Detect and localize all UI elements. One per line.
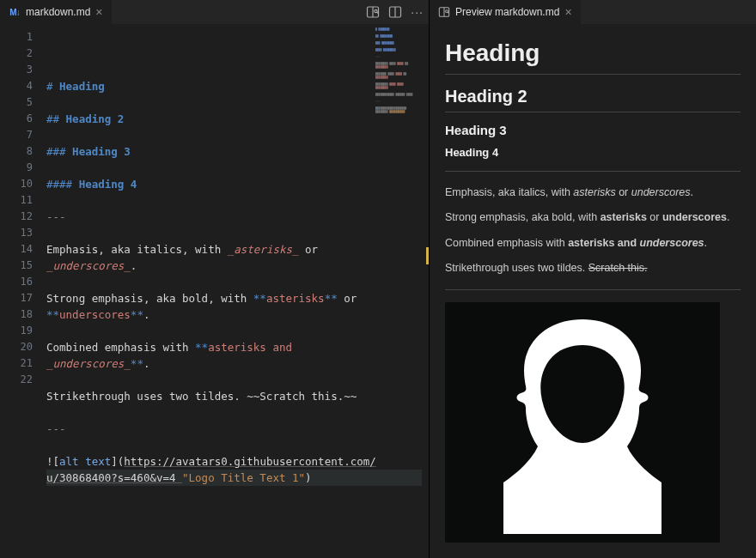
editor-tab-markdown[interactable]: M↓ markdown.md × bbox=[0, 0, 113, 24]
code-line[interactable] bbox=[46, 404, 422, 421]
editor-actions: ··· bbox=[366, 0, 424, 24]
preview-hr bbox=[445, 289, 741, 290]
code-line[interactable]: ### Heading 3 bbox=[46, 143, 422, 160]
editor-body[interactable]: 12345678910111213141516171819202122 # He… bbox=[0, 24, 429, 558]
preview-p-combined: Combined emphasis with asterisks and und… bbox=[445, 234, 741, 252]
code-line[interactable]: --- bbox=[46, 209, 422, 225]
preview-body[interactable]: Heading Heading 2 Heading 3 Heading 4 Em… bbox=[430, 24, 756, 558]
code-line[interactable]: **underscores**. bbox=[46, 306, 422, 323]
code-line[interactable]: _underscores_. bbox=[46, 258, 422, 274]
code-line[interactable]: Emphasis, aka italics, with _asterisks_ … bbox=[46, 241, 422, 258]
code-line[interactable] bbox=[46, 225, 422, 241]
preview-tabbar: Preview markdown.md × bbox=[430, 0, 756, 24]
preview-image-avatar bbox=[445, 302, 720, 543]
open-preview-side-icon[interactable] bbox=[366, 5, 380, 19]
code-line[interactable]: #### Heading 4 bbox=[46, 176, 422, 192]
code-line[interactable] bbox=[46, 486, 422, 502]
editor-pane: M↓ markdown.md × ··· 1234567891011121314… bbox=[0, 0, 430, 558]
code-line[interactable] bbox=[46, 437, 422, 453]
modified-line-glyph bbox=[426, 247, 429, 264]
split-editor-icon[interactable] bbox=[388, 5, 402, 19]
preview-hr bbox=[445, 171, 741, 172]
code-line[interactable]: ![alt text](https://avatars0.githubuserc… bbox=[46, 453, 422, 470]
close-icon[interactable]: × bbox=[95, 6, 102, 18]
editor-tabbar: M↓ markdown.md × ··· bbox=[0, 0, 429, 24]
code-line[interactable]: Strong emphasis, aka bold, with **asteri… bbox=[46, 290, 422, 306]
code-line[interactable] bbox=[46, 323, 422, 339]
svg-line-9 bbox=[448, 12, 448, 13]
preview-p-emphasis: Emphasis, aka italics, with asterisks or… bbox=[445, 184, 741, 202]
svg-line-3 bbox=[377, 12, 378, 13]
more-actions-icon[interactable]: ··· bbox=[411, 5, 424, 19]
markdown-file-icon: M↓ bbox=[9, 6, 21, 18]
code-line[interactable]: # Heading bbox=[46, 78, 422, 94]
code-line[interactable]: ## Heading 2 bbox=[46, 111, 422, 127]
line-number-gutter: 12345678910111213141516171819202122 bbox=[0, 24, 41, 558]
code-line[interactable] bbox=[46, 127, 422, 143]
preview-tab[interactable]: Preview markdown.md × bbox=[430, 0, 582, 24]
editor-tab-label: markdown.md bbox=[26, 6, 90, 18]
code-line[interactable] bbox=[46, 274, 422, 290]
close-icon[interactable]: × bbox=[564, 6, 571, 18]
code-line[interactable] bbox=[46, 94, 422, 111]
code-line[interactable]: _underscores_**. bbox=[46, 355, 422, 372]
code-line[interactable] bbox=[46, 192, 422, 209]
code-line[interactable] bbox=[46, 372, 422, 388]
preview-p-strike: Strikethrough uses two tildes. Scratch t… bbox=[445, 259, 741, 277]
code-line[interactable]: Strikethrough uses two tildes. ~~Scratch… bbox=[46, 388, 422, 404]
preview-h3: Heading 3 bbox=[445, 123, 741, 137]
preview-h4: Heading 4 bbox=[445, 146, 741, 159]
code-line[interactable] bbox=[46, 160, 422, 176]
code-line[interactable]: u/30868400?s=460&v=4 "Logo Title Text 1"… bbox=[46, 470, 422, 486]
code-line[interactable]: Combined emphasis with **asterisks and bbox=[46, 339, 422, 355]
preview-pane: Preview markdown.md × Heading Heading 2 … bbox=[430, 0, 756, 558]
code-line[interactable]: --- bbox=[46, 421, 422, 437]
preview-h2: Heading 2 bbox=[445, 87, 741, 112]
code-area[interactable]: # Heading ## Heading 2 ### Heading 3 ###… bbox=[41, 24, 429, 558]
preview-tab-label: Preview markdown.md bbox=[455, 6, 559, 18]
preview-h1: Heading bbox=[445, 39, 741, 75]
preview-p-strong: Strong emphasis, aka bold, with asterisk… bbox=[445, 209, 741, 227]
preview-icon bbox=[438, 6, 450, 18]
